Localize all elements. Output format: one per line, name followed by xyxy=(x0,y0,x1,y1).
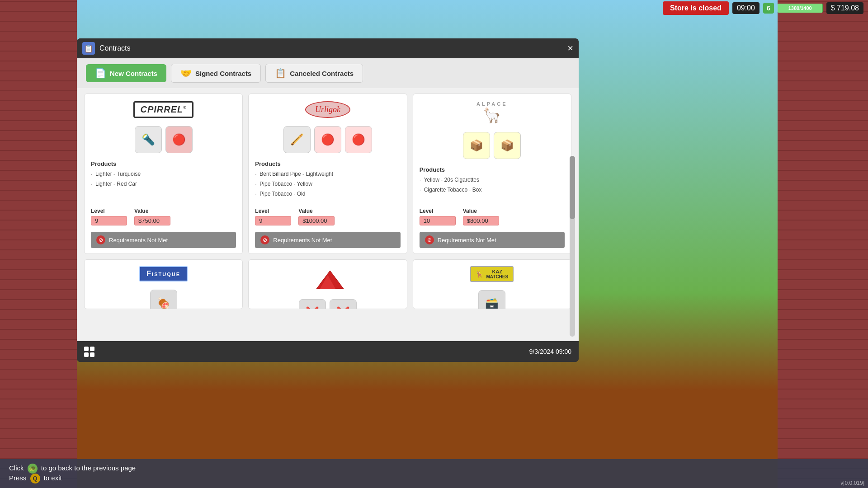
product-thumb-f1: 🍖 xyxy=(150,290,177,309)
brand-logo-gizhek: GIZHEK xyxy=(255,266,400,291)
level-label-3: Level xyxy=(420,208,456,214)
tab-canceled-contracts[interactable]: 📋 Canceled Contracts xyxy=(265,64,363,83)
product-item-1-2: Lighter - Red Car xyxy=(91,181,236,187)
brand-name-fistuque: Fistuque xyxy=(139,266,188,282)
brand-name-alpaca: ΑLΡΑCΕ 🦙 xyxy=(476,101,507,124)
exit-hint-press: Press xyxy=(9,474,26,482)
tab-signed-contracts[interactable]: 🤝 Signed Contracts xyxy=(171,64,261,83)
product-thumb-u1: 🪈 xyxy=(283,126,311,153)
store-status-badge: Store is closed xyxy=(663,1,729,15)
product-images-kaz: 🗃️ xyxy=(420,290,565,309)
product-thumb-u3: 🔴 xyxy=(345,126,372,153)
brand-logo-kaz: 🦌 KAZ MATCHES xyxy=(420,266,565,282)
product-images-alpaca: 📦 📦 xyxy=(420,132,565,159)
tab-new-contracts-label: New Contracts xyxy=(110,70,157,77)
grid-dot-1 xyxy=(84,347,89,351)
modal-titlebar: 📋 Contracts × xyxy=(77,38,579,58)
new-contracts-icon: 📄 xyxy=(95,68,106,79)
canceled-contracts-icon: 📋 xyxy=(275,68,286,79)
level-value-1: 9 xyxy=(91,216,127,225)
exit-hint-text: to exit xyxy=(44,474,62,482)
product-thumb-g2: ❌ xyxy=(330,299,357,309)
stat-value-2: Value $1000.00 xyxy=(298,208,335,225)
brand-logo-alpaca: ΑLΡΑCΕ 🦙 xyxy=(420,101,565,124)
contracts-content: CPIRREL 🔦 🔴 Products Lighter - Turquoise… xyxy=(77,88,579,341)
contract-card-urligok: Urligok 🪈 🔴 🔴 Products Bent Billiard Pip… xyxy=(248,94,407,254)
req-label-2: Requirements Not Met xyxy=(273,237,332,244)
product-images-fistuque: 🍖 xyxy=(91,290,236,309)
product-thumb-a1: 📦 xyxy=(463,132,490,159)
modal-close-button[interactable]: × xyxy=(567,43,573,53)
value-label-1: Value xyxy=(134,208,170,214)
svg-text:GIZHEK: GIZHEK xyxy=(312,290,343,291)
req-not-met-button-1[interactable]: ⊘ Requirements Not Met xyxy=(91,232,236,248)
hud-bar: Store is closed 09:00 6 1380/1400 $ 719.… xyxy=(658,0,868,16)
footer-datetime: 9/3/2024 09:00 xyxy=(529,348,571,355)
level-label-1: Level xyxy=(91,208,127,214)
req-icon-3: ⊘ xyxy=(425,235,434,244)
product-thumb-1: 🔦 xyxy=(135,126,162,153)
back-hint-click: Click xyxy=(9,464,24,472)
products-label-1: Products xyxy=(91,160,236,167)
alpaca-text: ΑLΡΑCΕ 🦙 xyxy=(476,101,507,124)
stat-value-1: Value $750.00 xyxy=(134,208,170,225)
contract-card-fistuque: Fistuque 🍖 xyxy=(84,259,243,309)
grid-dot-2 xyxy=(90,347,94,351)
contracts-icon: 📋 xyxy=(82,42,95,55)
value-value-1: $750.00 xyxy=(134,216,170,225)
product-images-urligok: 🪈 🔴 🔴 xyxy=(255,126,400,153)
tab-new-contracts[interactable]: 📄 New Contracts xyxy=(86,64,166,82)
modal-title: Contracts xyxy=(99,44,130,52)
hud-level: 6 xyxy=(763,3,774,14)
hint-bar: Click 🐢 to go back to the previous page … xyxy=(0,459,868,488)
card-stats-1: Level 9 Value $750.00 xyxy=(91,208,236,225)
level-value-2: 9 xyxy=(255,216,291,225)
req-not-met-button-2[interactable]: ⊘ Requirements Not Met xyxy=(255,232,400,248)
product-thumb-k1: 🗃️ xyxy=(478,290,505,309)
brick-wall-left xyxy=(0,0,77,488)
product-thumb-g1: ❌ xyxy=(299,299,326,309)
product-item-1-1: Lighter - Turquoise xyxy=(91,171,236,177)
product-item-3-1: Yellow - 20s Cigarettes xyxy=(420,177,565,183)
brand-name-cpirrel: CPIRREL xyxy=(133,101,193,118)
tab-bar: 📄 New Contracts 🤝 Signed Contracts 📋 Can… xyxy=(77,58,579,88)
products-label-3: Products xyxy=(420,166,565,173)
level-value-3: 10 xyxy=(420,216,456,225)
brand-logo-fistuque: Fistuque xyxy=(91,266,236,282)
gizhek-svg: GIZHEK xyxy=(298,266,357,291)
brand-name-urligok: Urligok xyxy=(305,101,350,118)
value-label-3: Value xyxy=(463,208,499,214)
contract-card-kaz: 🦌 KAZ MATCHES 🗃️ xyxy=(413,259,571,309)
contract-card-cpirrel: CPIRREL 🔦 🔴 Products Lighter - Turquoise… xyxy=(84,94,243,254)
product-images-gizhek: ❌ ❌ xyxy=(255,299,400,309)
stat-value-3: Value $800.00 xyxy=(463,208,499,225)
grid-icon xyxy=(84,347,94,357)
stat-level-2: Level 9 xyxy=(255,208,291,225)
hud-xp-label: 1380/1400 xyxy=(778,4,823,13)
brand-logo-cpirrel: CPIRREL xyxy=(91,101,236,118)
card-stats-3: Level 10 Value $800.00 xyxy=(420,208,565,225)
hud-xp-bar: 1380/1400 xyxy=(778,4,823,13)
version-label: v[0.0.019] xyxy=(840,480,864,486)
req-label-3: Requirements Not Met xyxy=(438,237,496,244)
req-label-1: Requirements Not Met xyxy=(109,237,168,244)
product-images-cpirrel: 🔦 🔴 xyxy=(91,126,236,153)
contract-card-alpaca: ΑLΡΑCΕ 🦙 📦 📦 Products Yellow - 20s Cigar… xyxy=(413,94,571,254)
product-thumb-a2: 📦 xyxy=(494,132,521,159)
product-item-2-2: Pipe Tobacco - Yellow xyxy=(255,181,400,187)
product-item-3-2: Cigarette Tobacco - Box xyxy=(420,187,565,193)
req-icon-2: ⊘ xyxy=(260,235,269,244)
exit-key: Q xyxy=(30,474,40,483)
contracts-modal: 📋 Contracts × 📄 New Contracts 🤝 Signed C… xyxy=(77,38,579,362)
value-value-3: $800.00 xyxy=(463,216,499,225)
back-hint-text: to go back to the previous page xyxy=(41,464,136,472)
stat-level-3: Level 10 xyxy=(420,208,456,225)
product-thumb-u2: 🔴 xyxy=(314,126,341,153)
products-label-2: Products xyxy=(255,160,400,167)
product-item-2-1: Bent Billiard Pipe - Lightweight xyxy=(255,171,400,177)
contract-card-gizhek: GIZHEK ❌ ❌ xyxy=(248,259,407,309)
tab-canceled-contracts-label: Canceled Contracts xyxy=(290,70,354,77)
req-not-met-button-3[interactable]: ⊘ Requirements Not Met xyxy=(420,232,565,248)
tab-signed-contracts-label: Signed Contracts xyxy=(195,70,251,77)
card-stats-2: Level 9 Value $1000.00 xyxy=(255,208,400,225)
